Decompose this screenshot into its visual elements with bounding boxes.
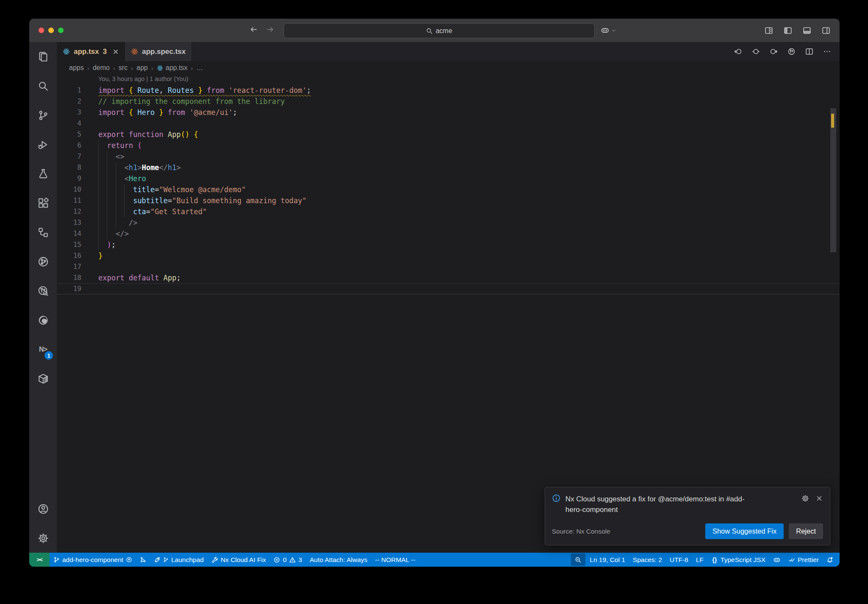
check-double-icon	[788, 556, 795, 563]
status-problems[interactable]: 03	[270, 553, 306, 567]
code-line-14[interactable]: 14 </>	[57, 228, 840, 239]
container-icon	[38, 373, 49, 384]
breadcrumb-more[interactable]: …	[196, 64, 203, 72]
panel-left-icon[interactable]	[784, 26, 792, 35]
breadcrumb-item[interactable]: app	[136, 64, 148, 72]
activity-nx-graph[interactable]	[29, 247, 57, 276]
notification-close-button[interactable]	[815, 495, 823, 502]
tab-bar: app.tsx3app.spec.tsx	[57, 42, 840, 61]
code-line-4[interactable]: 4	[57, 118, 840, 129]
code-line-19[interactable]: 19	[57, 283, 840, 294]
status-language-mode[interactable]: {}TypeScript JSX	[707, 553, 769, 567]
code-line-16[interactable]: 16}	[57, 250, 840, 261]
code-line-10[interactable]: 10 title="Welcmoe @acme/demo"	[57, 184, 840, 195]
nx-inspect-icon	[38, 285, 49, 296]
breadcrumb-file[interactable]: app.tsx	[157, 64, 188, 72]
chevron-right-icon: ›	[151, 64, 153, 72]
run-circle-icon[interactable]	[787, 48, 796, 56]
breadcrumb-item[interactable]: src	[119, 64, 128, 72]
status-launchpad[interactable]: Launchpad	[150, 553, 208, 567]
panel-right-icon[interactable]	[822, 26, 830, 35]
status-indentation[interactable]: Spaces: 2	[629, 553, 666, 567]
nav-back-icon[interactable]	[734, 48, 742, 56]
breadcrumb-item[interactable]: apps	[69, 64, 84, 72]
branch-small-icon	[163, 557, 169, 562]
close-icon[interactable]	[112, 48, 119, 55]
show-suggested-fix-button[interactable]: Show Suggested Fix	[705, 523, 784, 539]
traffic-light[interactable]	[58, 28, 64, 33]
code-line-9[interactable]: 9 <Hero	[57, 173, 840, 184]
react-icon	[63, 48, 70, 55]
status-notifications-bell[interactable]	[823, 553, 837, 567]
activity-settings-gear[interactable]	[29, 523, 57, 553]
code-editor[interactable]: You, 3 hours ago | 1 author (You) 1impor…	[57, 75, 840, 553]
activity-testing[interactable]	[29, 159, 57, 188]
status-vim-mode[interactable]: -- NORMAL --	[371, 553, 419, 567]
code-line-5[interactable]: 5export function App() {	[57, 129, 840, 140]
code-line-3[interactable]: 3import { Hero } from '@acme/ui';	[57, 107, 840, 118]
tab-app.spec.tsx[interactable]: app.spec.tsx	[125, 42, 192, 61]
status-nx-cloud-ai-fix[interactable]: Nx Cloud AI Fix	[208, 553, 270, 567]
status-encoding[interactable]: UTF-8	[666, 553, 692, 567]
code-line-1[interactable]: 1import { Route, Routes } from 'react-ro…	[57, 85, 840, 96]
code-line-17[interactable]: 17	[57, 261, 840, 272]
git-blame-annotation: You, 3 hours ago | 1 author (You)	[98, 76, 188, 85]
status-git-graph[interactable]	[136, 553, 150, 567]
more-actions-icon[interactable]	[823, 48, 831, 56]
run-debug-icon	[38, 139, 49, 150]
activity-nx-inspect[interactable]	[29, 276, 57, 305]
nav-forward-icon[interactable]	[770, 48, 778, 56]
code-lines: 1import { Route, Routes } from 'react-ro…	[57, 85, 840, 294]
status-formatter[interactable]: Prettier	[785, 553, 823, 567]
code-line-15[interactable]: 15 );	[57, 239, 840, 250]
status-cursor-position[interactable]: Ln 19, Col 1	[586, 553, 629, 567]
activity-container[interactable]	[29, 364, 57, 393]
copilot-menu[interactable]	[601, 19, 616, 42]
line-number: 13	[57, 217, 81, 228]
traffic-light[interactable]	[39, 28, 44, 33]
activity-run-debug[interactable]	[29, 130, 57, 159]
search-icon	[38, 81, 49, 92]
remote-indicator[interactable]: ><	[29, 553, 50, 567]
layout-customize-icon[interactable]	[765, 26, 773, 35]
activity-extensions[interactable]	[29, 188, 57, 218]
editor-scrollbar[interactable]	[830, 95, 836, 549]
tab-app.tsx[interactable]: app.tsx3	[57, 42, 125, 61]
breadcrumb[interactable]: apps›demo›src›app›app.tsx›…	[57, 61, 840, 75]
vscode-window: acme N>1 app.tsx3app.spec.tsx apps›demo›…	[29, 19, 840, 567]
status-copilot-status[interactable]	[769, 553, 785, 567]
activity-files[interactable]	[29, 42, 57, 71]
activity-search[interactable]	[29, 71, 57, 101]
scrollbar-thumb[interactable]	[830, 108, 836, 252]
split-editor-icon[interactable]	[805, 48, 813, 56]
notification-settings-button[interactable]	[801, 495, 809, 502]
code-line-8[interactable]: 8 <h1>Home</h1>	[57, 162, 840, 173]
activity-project-structure[interactable]	[29, 218, 57, 247]
activity-nx-console[interactable]: N>1	[29, 335, 57, 364]
status-zoom-indicator[interactable]	[571, 554, 585, 566]
settings-gear-icon	[38, 533, 49, 544]
react-icon	[131, 48, 138, 55]
code-line-2[interactable]: 2// importing the component from the lib…	[57, 96, 840, 107]
breadcrumb-item[interactable]: demo	[93, 64, 110, 72]
code-line-11[interactable]: 11 subtitle="Build something amazing tod…	[57, 195, 840, 206]
code-line-18[interactable]: 18export default App;	[57, 272, 840, 283]
activity-edge[interactable]	[29, 305, 57, 335]
window-controls	[39, 19, 64, 42]
command-center-search[interactable]: acme	[284, 23, 595, 38]
activity-account[interactable]	[29, 494, 57, 523]
nav-circle-icon[interactable]	[752, 48, 760, 56]
line-number: 4	[57, 118, 81, 129]
status-eol[interactable]: LF	[692, 553, 707, 567]
code-line-6[interactable]: 6 return (	[57, 140, 840, 151]
panel-bottom-icon[interactable]	[803, 26, 811, 35]
status-auto-attach[interactable]: Auto Attach: Always	[306, 553, 371, 567]
bell-dot-icon	[826, 556, 833, 563]
reject-button[interactable]: Reject	[789, 523, 823, 539]
status-git-branch[interactable]: add-hero-component	[50, 553, 136, 567]
code-line-13[interactable]: 13 />	[57, 217, 840, 228]
code-line-12[interactable]: 12 cta="Get Started"	[57, 206, 840, 217]
activity-source-control[interactable]	[29, 101, 57, 130]
traffic-light[interactable]	[48, 28, 54, 33]
code-line-7[interactable]: 7 <>	[57, 151, 840, 162]
